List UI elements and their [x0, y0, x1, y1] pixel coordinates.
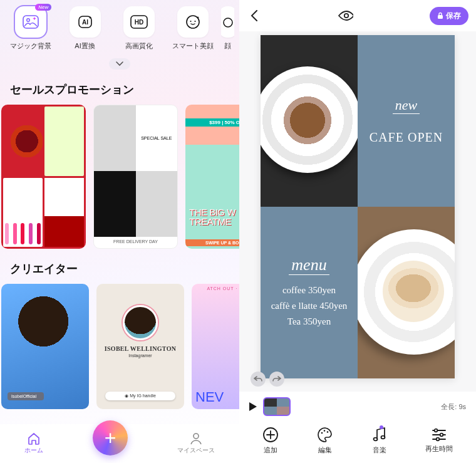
expand-features[interactable] — [109, 58, 130, 70]
save-label: 保存 — [446, 11, 461, 21]
lock-icon — [437, 12, 443, 19]
creator-chip: IsobelOfficial — [8, 392, 44, 400]
play-button[interactable] — [249, 402, 257, 411]
feature-label: マジック背景 — [10, 41, 51, 51]
svg-point-21 — [437, 437, 440, 440]
eye-icon — [338, 11, 353, 21]
ai-replace-icon: AI — [70, 6, 101, 38]
text-line[interactable]: coffee 350yen — [282, 285, 336, 296]
magic-bg-icon — [15, 6, 46, 38]
template-card[interactable]: ATCH OUT · WATCH O NEV — [192, 284, 239, 409]
duration-label: 全長: 9s — [441, 402, 466, 412]
svg-point-14 — [321, 432, 323, 434]
tool-label: 編集 — [318, 445, 332, 455]
sliders-icon — [432, 428, 447, 442]
editor-toolbar: 追加 編集 音楽 再生時間 — [239, 422, 476, 463]
text-line[interactable]: Tea 350yen — [287, 316, 331, 327]
svg-point-19 — [435, 429, 438, 432]
redo-button[interactable] — [269, 372, 284, 387]
nav-create[interactable]: + — [93, 420, 128, 455]
music-icon — [372, 427, 387, 443]
undo-button[interactable] — [251, 372, 266, 387]
feature-more[interactable]: 顔 — [221, 6, 234, 51]
feature-label: スマート美顔 — [172, 41, 214, 51]
timeline: 全長: 9s — [239, 392, 476, 422]
feature-upscale[interactable]: HD 高画質化 — [113, 6, 165, 51]
canvas-text-bottom-left[interactable]: menu coffee 350yen caffè e llatte 450yen… — [261, 207, 358, 378]
svg-point-11 — [344, 14, 348, 18]
face-icon — [221, 6, 234, 38]
svg-text:HD: HD — [135, 19, 143, 26]
svg-point-9 — [224, 18, 232, 27]
canvas-image-top-left[interactable] — [261, 35, 358, 207]
section-creators-title: クリエイター — [0, 249, 239, 284]
feature-label: AI置換 — [75, 41, 95, 51]
svg-point-10 — [194, 434, 199, 439]
sales-templates[interactable]: SPECIAL SALE FREE DELIVERY DAY $399 | 50… — [0, 105, 239, 249]
save-button[interactable]: 保存 — [430, 7, 468, 25]
template-card[interactable]: IsobelOfficial — [1, 284, 89, 409]
svg-point-20 — [440, 433, 443, 436]
bottom-nav: ホーム + マイスペース — [0, 424, 239, 463]
chevron-left-icon — [251, 10, 258, 21]
history-controls — [251, 372, 284, 387]
text-menu[interactable]: menu — [289, 256, 329, 275]
smart-beauty-icon — [177, 6, 209, 38]
svg-rect-0 — [23, 16, 38, 28]
back-button[interactable] — [247, 8, 262, 23]
tool-label: 音楽 — [373, 445, 386, 455]
svg-point-17 — [373, 437, 377, 440]
nav-label: ホーム — [24, 446, 43, 455]
section-sales-title: セールスプロモーション — [0, 70, 239, 105]
svg-point-15 — [324, 430, 326, 432]
plus-circle-icon — [262, 427, 279, 443]
template-card[interactable]: $399 | 50% OFF THE BIG WTREATME SWIPE UP… — [185, 105, 239, 249]
chevron-down-icon — [116, 61, 123, 66]
svg-rect-12 — [438, 15, 443, 19]
home-screen: New マジック背景 AI AI置換 HD 高画質化 スマート美顔 — [0, 0, 239, 463]
text-cafe-open[interactable]: CAFE OPEN — [370, 130, 443, 145]
svg-point-18 — [381, 435, 385, 439]
tool-add[interactable]: 追加 — [262, 427, 279, 455]
feature-ai-replace[interactable]: AI AI置換 — [59, 6, 110, 51]
tool-label: 再生時間 — [425, 444, 453, 454]
nav-home[interactable]: ホーム — [24, 432, 43, 455]
feature-shortcuts: New マジック背景 AI AI置換 HD 高画質化 スマート美顔 — [0, 0, 239, 51]
template-card[interactable]: SPECIAL SALE FREE DELIVERY DAY — [93, 105, 178, 249]
canvas-area[interactable]: new CAFE OPEN menu coffee 350yen caffè e… — [239, 31, 476, 392]
feature-label: 顔 — [224, 41, 231, 51]
nav-myspace[interactable]: マイスペース — [177, 432, 215, 455]
creator-templates[interactable]: IsobelOfficial ISOBEL WELLINGTON Instagr… — [0, 284, 239, 409]
clip-thumbnail[interactable] — [263, 397, 291, 416]
undo-icon — [254, 375, 262, 383]
home-icon — [27, 432, 41, 445]
svg-point-1 — [27, 19, 30, 22]
tool-music[interactable]: 音楽 — [372, 427, 387, 455]
design-canvas[interactable]: new CAFE OPEN menu coffee 350yen caffè e… — [261, 35, 455, 378]
svg-text:AI: AI — [82, 19, 88, 26]
tool-runtime[interactable]: 再生時間 — [425, 428, 453, 454]
palette-icon — [317, 427, 333, 443]
new-badge: New — [35, 4, 51, 11]
redo-icon — [272, 375, 281, 383]
editor-screen: 保存 new CAFE OPEN menu coffee 350yen caff… — [239, 0, 476, 463]
tool-label: 追加 — [264, 445, 277, 455]
feature-magic-bg[interactable]: New マジック背景 — [5, 6, 56, 51]
notification-dot — [380, 425, 383, 429]
nav-label: マイスペース — [177, 446, 215, 455]
hd-icon: HD — [123, 6, 155, 38]
text-line[interactable]: caffè e llatte 450yen — [271, 301, 348, 311]
person-icon — [190, 432, 202, 445]
canvas-text-top-right[interactable]: new CAFE OPEN — [358, 35, 455, 207]
svg-point-7 — [190, 21, 192, 22]
svg-point-8 — [195, 21, 196, 22]
tool-edit[interactable]: 編集 — [317, 427, 333, 455]
feature-smart-beauty[interactable]: スマート美顔 — [167, 6, 219, 51]
text-new[interactable]: new — [393, 97, 420, 114]
editor-header: 保存 — [239, 0, 476, 31]
play-icon — [249, 402, 257, 411]
template-card[interactable] — [1, 105, 86, 249]
template-card[interactable]: ISOBEL WELLINGTON Instagramer ◉ My IG ha… — [96, 284, 184, 409]
preview-button[interactable] — [338, 8, 353, 23]
canvas-image-bottom-right[interactable] — [358, 207, 455, 378]
